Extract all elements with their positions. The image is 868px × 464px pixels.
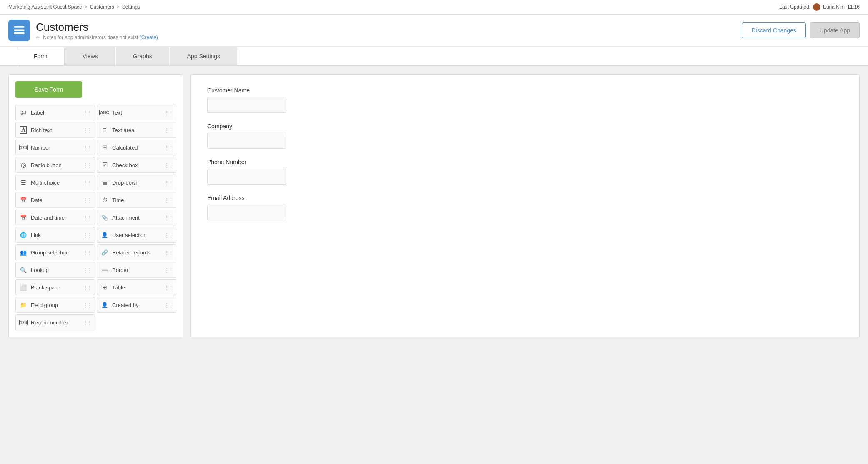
field-item-user-selection[interactable]: User selection — [97, 227, 176, 243]
drag-handle-group-selection[interactable] — [83, 249, 91, 256]
field-item-date[interactable]: Date — [15, 192, 95, 208]
app-icon — [8, 20, 30, 41]
tabs: Form Views Graphs App Settings — [0, 47, 868, 66]
field-item-inner-date: Date — [19, 196, 42, 204]
drag-handle-related-records[interactable] — [164, 249, 173, 256]
tab-graphs[interactable]: Graphs — [116, 47, 169, 65]
field-item-rich-text[interactable]: Rich text — [15, 122, 95, 138]
field-item-drop-down[interactable]: Drop-down — [97, 175, 176, 190]
field-item-inner-blank-space: Blank space — [19, 283, 60, 292]
user-name: Euna Kim — [823, 4, 845, 10]
tab-form[interactable]: Form — [17, 47, 65, 65]
top-bar: Marketing Assistant Guest Space > Custom… — [0, 0, 868, 15]
field-item-inner-record-number: Record number — [19, 318, 68, 327]
field-item-label[interactable]: Label — [15, 105, 95, 120]
form-label-email-address: Email Address — [207, 195, 843, 201]
field-item-inner-number: Number — [19, 143, 50, 152]
create-note-link[interactable]: (Create) — [140, 35, 158, 40]
drag-handle-date[interactable] — [83, 197, 91, 203]
field-item-inner-multi-choice: Multi-choice — [19, 178, 60, 187]
field-item-calculated[interactable]: Calculated — [97, 140, 176, 155]
last-updated-label: Last Updated: — [779, 4, 810, 10]
drag-handle-lookup[interactable] — [83, 267, 91, 273]
lookup-icon — [19, 266, 28, 274]
richtext-icon — [19, 126, 28, 134]
form-input-email-address[interactable] — [207, 205, 286, 220]
field-item-check-box[interactable]: Check box — [97, 157, 176, 173]
field-item-record-number[interactable]: Record number — [15, 314, 95, 330]
drag-handle-border[interactable] — [164, 267, 173, 273]
field-palette: LabelTextRich textText areaNumberCalcula… — [15, 105, 176, 330]
form-input-company[interactable] — [207, 133, 286, 149]
breadcrumb-customers[interactable]: Customers — [90, 4, 114, 10]
label-icon — [19, 108, 28, 117]
drag-handle-radio-button[interactable] — [83, 162, 91, 168]
note-icon: ✏ — [36, 35, 40, 40]
drag-handle-check-box[interactable] — [164, 162, 173, 168]
fieldgroup-icon — [19, 301, 28, 309]
tab-views[interactable]: Views — [65, 47, 115, 65]
checkbox-icon — [100, 161, 109, 169]
drag-handle-rich-text[interactable] — [83, 127, 91, 133]
field-item-text[interactable]: Text — [97, 105, 176, 120]
drag-handle-field-group[interactable] — [83, 302, 91, 308]
field-item-group-selection[interactable]: Group selection — [15, 244, 95, 260]
field-item-inner-border: Border — [100, 266, 128, 274]
field-item-radio-button[interactable]: Radio button — [15, 157, 95, 173]
drag-handle-text[interactable] — [164, 109, 173, 116]
discard-changes-button[interactable]: Discard Changes — [742, 22, 805, 38]
field-item-link[interactable]: Link — [15, 227, 95, 243]
app-title-area: Customers ✏ Notes for app administrators… — [36, 21, 158, 40]
field-item-inner-calculated: Calculated — [100, 143, 138, 152]
breadcrumb-home[interactable]: Marketing Assistant Guest Space — [8, 4, 82, 10]
multichoice-icon — [19, 178, 28, 187]
form-input-customer-name[interactable] — [207, 97, 286, 113]
field-item-blank-space[interactable]: Blank space — [15, 279, 95, 295]
field-item-table[interactable]: Table — [97, 279, 176, 295]
drag-handle-attachment[interactable] — [164, 214, 173, 221]
drag-handle-link[interactable] — [83, 232, 91, 238]
field-item-time[interactable]: Time — [97, 192, 176, 208]
drag-handle-calculated[interactable] — [164, 144, 173, 151]
drag-handle-label[interactable] — [83, 109, 91, 116]
number-icon — [19, 143, 28, 152]
field-item-attachment[interactable]: Attachment — [97, 210, 176, 225]
form-field-email-address: Email Address — [207, 195, 843, 220]
drag-handle-record-number[interactable] — [83, 319, 91, 326]
drag-handle-number[interactable] — [83, 144, 91, 151]
save-form-button[interactable]: Save Form — [15, 81, 82, 98]
tab-app-settings[interactable]: App Settings — [170, 47, 237, 65]
drag-handle-created-by[interactable] — [164, 302, 173, 308]
svg-rect-1 — [14, 30, 25, 31]
field-item-lookup[interactable]: Lookup — [15, 262, 95, 278]
field-item-text-area[interactable]: Text area — [97, 122, 176, 138]
field-item-number[interactable]: Number — [15, 140, 95, 155]
drag-handle-text-area[interactable] — [164, 127, 173, 133]
drag-handle-blank-space[interactable] — [83, 284, 91, 291]
attachment-icon — [100, 213, 109, 222]
drag-handle-table[interactable] — [164, 284, 173, 291]
drag-handle-user-selection[interactable] — [164, 232, 173, 238]
drag-handle-drop-down[interactable] — [164, 179, 173, 186]
field-item-inner-drop-down: Drop-down — [100, 178, 139, 187]
drag-handle-date-time[interactable] — [83, 214, 91, 221]
drag-handle-time[interactable] — [164, 197, 173, 203]
textarea-icon — [100, 126, 109, 134]
field-item-inner-text: Text — [100, 108, 122, 117]
update-app-button[interactable]: Update App — [810, 22, 860, 38]
field-item-field-group[interactable]: Field group — [15, 297, 95, 313]
field-label-rich-text: Rich text — [31, 127, 52, 133]
field-item-inner-attachment: Attachment — [100, 213, 140, 222]
field-item-date-time[interactable]: Date and time — [15, 210, 95, 225]
field-item-border[interactable]: Border — [97, 262, 176, 278]
breadcrumb-settings[interactable]: Settings — [122, 4, 140, 10]
field-item-created-by[interactable]: Created by — [97, 297, 176, 313]
field-item-related-records[interactable]: Related records — [97, 244, 176, 260]
form-input-phone-number[interactable] — [207, 169, 286, 185]
form-label-phone-number: Phone Number — [207, 159, 843, 165]
field-label-link: Link — [31, 232, 41, 238]
drag-handle-multi-choice[interactable] — [83, 179, 91, 186]
field-item-multi-choice[interactable]: Multi-choice — [15, 175, 95, 190]
field-label-blank-space: Blank space — [31, 284, 60, 291]
svg-rect-0 — [14, 26, 25, 28]
